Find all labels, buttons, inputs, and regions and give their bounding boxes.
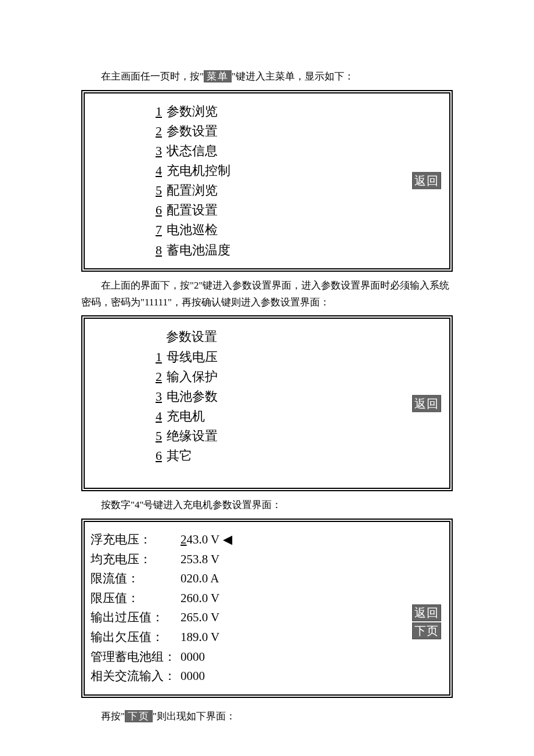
param-row-output-under-voltage[interactable]: 输出欠压值： 189.0 V [91,628,443,647]
menu-button-inline: 菜单 [204,70,232,82]
param-label: 管理蓄电池组： [91,647,181,667]
param-menu-list: 1母线电压 2输入保护 3电池参数 4充电机 5绝缘设置 6其它 [151,347,443,466]
menu-item-3[interactable]: 3状态信息 [151,141,443,161]
intro-paragraph-2: 在上面的界面下，按"2"键进入参数设置界面，进入参数设置界面时必须输入系统密码，… [81,278,453,311]
menu-num: 2 [151,121,162,141]
param-label: 限流值： [91,569,181,589]
menu-label: 参数浏览 [167,104,218,118]
menu-item-4[interactable]: 4充电机 [151,406,443,426]
menu-label: 蓄电池温度 [167,243,230,257]
param-row-current-limit[interactable]: 限流值： 020.0 A [91,569,443,589]
param-value: 253.8 V [181,550,219,570]
intro-paragraph-1: 在主画面任一页时，按"菜单"键进入主菜单，显示如下： [81,69,453,85]
menu-label: 其它 [167,448,192,463]
param-value: 0000 [181,667,205,686]
menu-item-2[interactable]: 2参数设置 [151,121,443,141]
text: 再按" [101,711,125,722]
menu-num: 2 [151,367,162,387]
back-button[interactable]: 返回 [412,172,441,189]
back-button[interactable]: 返回 [412,395,441,412]
menu-num: 4 [151,161,162,181]
back-button[interactable]: 返回 [412,604,441,621]
editable-digit: 2 [181,532,187,546]
menu-label: 配置设置 [167,203,218,217]
menu-label: 母线电压 [167,350,218,364]
menu-label: 状态信息 [167,143,218,158]
menu-num: 7 [151,220,162,240]
menu-num: 6 [151,446,162,466]
param-row-voltage-limit[interactable]: 限压值： 260.0 V [91,589,443,609]
menu-item-6[interactable]: 6配置设置 [151,200,443,220]
param-value: 020.0 A [181,569,219,589]
menu-item-5[interactable]: 5绝缘设置 [151,426,443,446]
menu-item-5[interactable]: 5配置浏览 [151,181,443,200]
param-value: 243.0 V◀ [181,530,232,550]
menu-num: 5 [151,426,162,446]
param-label: 输出欠压值： [91,628,181,647]
menu-num: 5 [151,181,162,200]
menu-title: 参数设置 [166,327,443,347]
param-list: 浮充电压： 243.0 V◀ 均充电压： 253.8 V 限流值： 020.0 … [91,530,443,686]
param-label: 输出过压值： [91,608,181,628]
intro-paragraph-4: 再按"下页"则出现如下界面： [81,708,453,725]
menu-item-4[interactable]: 4充电机控制 [151,161,443,181]
menu-item-2[interactable]: 2输入保护 [151,367,443,387]
main-menu-screen: 1参数浏览 2参数设置 3状态信息 4充电机控制 5配置浏览 6配置设置 7电池… [81,90,453,272]
menu-num: 1 [151,347,162,367]
menu-num: 1 [151,102,162,121]
menu-label: 充电机 [167,409,205,423]
param-row-battery-group[interactable]: 管理蓄电池组： 0000 [91,647,443,667]
text: 在主画面任一页时，按" [101,71,204,82]
main-menu-list: 1参数浏览 2参数设置 3状态信息 4充电机控制 5配置浏览 6配置设置 7电池… [151,102,443,260]
param-value: 0000 [181,647,205,667]
menu-num: 4 [151,406,162,426]
menu-label: 电池巡检 [167,222,218,237]
param-menu-screen: 参数设置 1母线电压 2输入保护 3电池参数 4充电机 5绝缘设置 6其它 返回 [81,315,453,491]
menu-item-7[interactable]: 7电池巡检 [151,220,443,240]
next-page-button-inline: 下页 [125,710,153,722]
next-page-button[interactable]: 下页 [412,622,441,639]
menu-item-8[interactable]: 8蓄电池温度 [151,240,443,260]
menu-label: 参数设置 [167,124,218,138]
charger-param-screen: 浮充电压： 243.0 V◀ 均充电压： 253.8 V 限流值： 020.0 … [81,519,453,698]
intro-paragraph-3: 按数字"4"号键进入充电机参数设置界面： [81,497,453,514]
menu-label: 绝缘设置 [167,429,218,443]
menu-item-3[interactable]: 3电池参数 [151,387,443,406]
menu-item-1[interactable]: 1参数浏览 [151,102,443,121]
menu-num: 6 [151,200,162,220]
menu-label: 配置浏览 [167,183,218,197]
param-row-output-over-voltage[interactable]: 输出过压值： 265.0 V [91,608,443,628]
menu-item-1[interactable]: 1母线电压 [151,347,443,367]
menu-num: 8 [151,240,162,260]
param-value: 189.0 V [181,628,219,647]
text: "键进入主菜单，显示如下： [232,71,354,82]
cursor-left-icon: ◀ [223,530,232,550]
text: 43.0 V [187,532,220,546]
menu-label: 电池参数 [167,389,218,404]
text: "则出现如下界面： [153,711,236,722]
menu-label: 输入保护 [167,369,218,384]
param-label: 浮充电压： [91,530,181,550]
param-value: 260.0 V [181,589,219,609]
menu-num: 3 [151,141,162,161]
menu-label: 充电机控制 [167,163,230,178]
param-row-ac-input[interactable]: 相关交流输入： 0000 [91,667,443,686]
param-label: 相关交流输入： [91,667,181,686]
menu-item-6[interactable]: 6其它 [151,446,443,466]
param-label: 均充电压： [91,550,181,570]
param-row-equalize-voltage[interactable]: 均充电压： 253.8 V [91,550,443,570]
param-row-float-voltage[interactable]: 浮充电压： 243.0 V◀ [91,530,443,550]
menu-num: 3 [151,387,162,406]
param-label: 限压值： [91,589,181,609]
param-value: 265.0 V [181,608,219,628]
